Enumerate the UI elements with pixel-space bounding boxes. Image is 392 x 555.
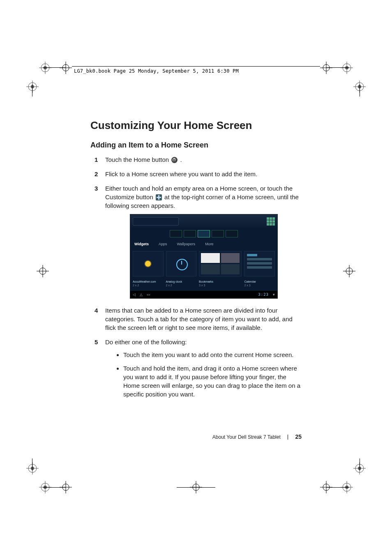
ss-label-2-name: Analog clock — [166, 280, 182, 283]
content-area: Customizing Your Home Screen Adding an I… — [90, 119, 304, 404]
footer-page-number: 25 — [295, 433, 302, 440]
step-4: Items that can be added to a Home screen… — [90, 306, 304, 332]
ss-tab-apps: Apps — [159, 242, 167, 247]
ss-top-bar — [130, 214, 277, 228]
ss-widget-analog-clock — [166, 251, 197, 276]
step-1: Touch the Home button . — [90, 155, 304, 164]
ss-widget-labels: AccuWeather.com 2 x 2 Analog clock 2 x 2… — [130, 279, 277, 291]
crop-line — [32, 84, 32, 97]
registration-mark-icon — [26, 462, 39, 474]
header-rule — [72, 66, 320, 67]
ss-home-previews — [130, 228, 277, 239]
ss-label-1-name: AccuWeather.com — [133, 280, 156, 283]
ss-widget-calendar — [244, 251, 275, 276]
ss-nav-bar: ◁ △ ▭ 3:23 ▾ — [130, 291, 277, 298]
page-title: Customizing Your Home Screen — [90, 119, 304, 132]
ss-label-2-size: 2 x 2 — [166, 284, 172, 287]
ss-clock: 3:23 — [258, 292, 269, 297]
registration-mark-icon — [341, 62, 353, 74]
crop-line — [326, 487, 349, 488]
customize-screen-screenshot: Widgets Apps Wallpapers More AccuWeather… — [130, 214, 278, 299]
registration-mark-icon — [320, 62, 332, 74]
page-footer: About Your Dell Streak 7 Tablet 25 — [212, 433, 302, 440]
book-header: LG7_bk0.book Page 25 Monday, September 5… — [74, 68, 239, 74]
ss-tabs: Widgets Apps Wallpapers More — [130, 239, 277, 249]
step-5-bullet-2: Touch and hold the item, and drag it ont… — [123, 364, 304, 398]
step-2: Flick to a Home screen where you want to… — [90, 170, 304, 178]
crop-line — [360, 458, 360, 471]
customize-plus-icon — [156, 194, 162, 200]
ss-widget-accuweather — [133, 251, 164, 276]
page: LG7_bk0.book Page 25 Monday, September 5… — [0, 0, 392, 555]
registration-mark-icon — [60, 62, 72, 74]
ss-label-3: Bookmarks 3 x 3 — [199, 280, 242, 288]
registration-mark-icon — [343, 265, 355, 277]
crop-line — [43, 67, 66, 68]
registration-mark-icon — [39, 62, 51, 74]
ss-widget-bookmarks — [199, 251, 242, 276]
ss-recent-icon: ▭ — [147, 292, 150, 297]
ss-signal-icon: ▾ — [273, 292, 275, 297]
crop-line — [32, 458, 32, 471]
step-5: Do either one of the following: Touch th… — [90, 338, 304, 398]
steps-list: Touch the Home button . Flick to a Home … — [90, 155, 304, 398]
ss-label-2: Analog clock 2 x 2 — [166, 280, 197, 288]
crop-line — [326, 67, 349, 68]
ss-label-4-size: 2 x 3 — [244, 284, 250, 287]
footer-separator — [288, 435, 288, 440]
step-1-text-b: . — [180, 156, 182, 163]
ss-back-icon: ◁ — [133, 292, 136, 297]
ss-label-1: AccuWeather.com 2 x 2 — [133, 280, 164, 288]
ss-label-1-size: 2 x 2 — [133, 284, 139, 287]
ss-widget-row — [130, 249, 277, 279]
step-5-bullets: Touch the item you want to add onto the … — [105, 350, 304, 398]
ss-home-icon: △ — [140, 292, 143, 297]
step-5-bullet-1: Touch the item you want to add onto the … — [123, 350, 304, 359]
step-5-intro: Do either one of the following: — [105, 339, 187, 345]
ss-tab-wallpapers: Wallpapers — [177, 242, 195, 247]
registration-mark-icon — [26, 81, 39, 93]
crop-line — [43, 487, 66, 488]
step-1-text-a: Touch the Home button — [105, 156, 171, 163]
home-icon — [171, 157, 178, 163]
ss-label-3-size: 3 x 3 — [199, 284, 205, 287]
footer-section: About Your Dell Streak 7 Tablet — [212, 434, 281, 440]
ss-search-box — [133, 217, 179, 226]
crop-line — [177, 487, 215, 488]
ss-label-4-name: Calendar — [244, 280, 256, 283]
ss-label-3-name: Bookmarks — [199, 280, 213, 283]
section-title: Adding an Item to a Home Screen — [90, 141, 304, 150]
ss-apps-grid-icon — [267, 217, 275, 226]
registration-mark-icon — [37, 265, 49, 277]
ss-tab-more: More — [205, 242, 214, 247]
ss-label-4: Calendar 2 x 3 — [244, 280, 275, 288]
ss-tab-widgets: Widgets — [134, 242, 149, 247]
step-3: Either touch and hold an empty area on a… — [90, 184, 304, 299]
crop-line — [360, 84, 360, 97]
